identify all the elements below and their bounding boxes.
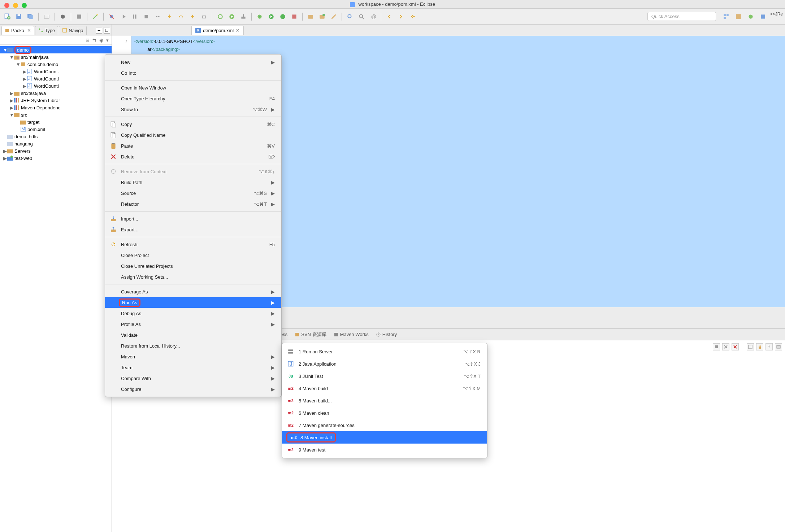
- pin-console-button[interactable]: [766, 343, 773, 350]
- wordcount-java-1[interactable]: ▶JWordCount.: [0, 68, 112, 75]
- menu-new[interactable]: New▶: [105, 57, 281, 67]
- new-annotation-button[interactable]: [329, 12, 339, 22]
- project-test-web[interactable]: ▶test-web: [0, 154, 112, 162]
- collapse-arrow-icon[interactable]: ▼: [16, 62, 20, 67]
- save-all-button[interactable]: [25, 12, 35, 22]
- maximize-window-button[interactable]: [22, 3, 27, 8]
- menu-export[interactable]: Export...: [105, 224, 281, 235]
- maven-workspace-tab[interactable]: Maven Works: [331, 330, 372, 339]
- menu-configure[interactable]: Configure▶: [105, 384, 281, 394]
- new-button[interactable]: [2, 12, 12, 22]
- src-folder[interactable]: ▼src: [0, 111, 112, 118]
- menu-refresh[interactable]: RefreshF5: [105, 239, 281, 250]
- forward-button[interactable]: [396, 12, 406, 22]
- expand-arrow-icon[interactable]: ▶: [9, 91, 14, 96]
- history-tab[interactable]: History: [373, 330, 400, 339]
- submenu-java-application[interactable]: J2 Java Application⌥⇧X J: [282, 358, 487, 370]
- menu-run-as[interactable]: Run As▶: [105, 297, 281, 308]
- step-over-button[interactable]: [176, 12, 186, 22]
- menu-debug-as[interactable]: Debug As▶: [105, 308, 281, 319]
- menu-go-into[interactable]: Go Into: [105, 67, 281, 78]
- menu-team[interactable]: Team▶: [105, 362, 281, 373]
- submenu-maven-build[interactable]: m24 Maven build⌥⇧X M: [282, 382, 487, 394]
- focus-task-icon[interactable]: ◉: [99, 38, 103, 43]
- wordcount-java-3[interactable]: ▶JWordCountI: [0, 82, 112, 90]
- jre-system-library[interactable]: ▶JRE System Librar: [0, 97, 112, 104]
- expand-arrow-icon[interactable]: ▶: [9, 105, 14, 110]
- javaee-perspective-button[interactable]: [758, 12, 768, 22]
- menu-coverage-as[interactable]: Coverage As▶: [105, 286, 281, 297]
- project-demo-hdfs[interactable]: demo_hdfs: [0, 133, 112, 140]
- menu-source[interactable]: Source⌥⌘S▶: [105, 188, 281, 199]
- package-explorer-tab[interactable]: Packa ✕: [1, 26, 34, 35]
- menu-restore-local[interactable]: Restore from Local History...: [105, 340, 281, 351]
- menu-copy[interactable]: Copy⌘C: [105, 119, 281, 130]
- expand-arrow-icon[interactable]: ▶: [9, 98, 14, 103]
- scroll-lock-button[interactable]: [756, 343, 763, 350]
- clear-console-button[interactable]: [747, 343, 754, 350]
- java-perspective-button[interactable]: [733, 12, 743, 22]
- svn-tab[interactable]: SVN 资源库: [292, 330, 329, 339]
- package-explorer-tree[interactable]: ▼ demo ▼src/main/java ▼com.che.demo ▶JWo…: [0, 45, 112, 532]
- menu-close-project[interactable]: Close Project: [105, 250, 281, 261]
- pom-xml-file[interactable]: Mpom.xml: [0, 126, 112, 133]
- wand-button[interactable]: [90, 12, 100, 22]
- submenu-junit-test[interactable]: Jᴜ3 JUnit Test⌥⇧X T: [282, 370, 487, 382]
- debug-dropdown[interactable]: [255, 12, 265, 22]
- last-edit-button[interactable]: [407, 12, 417, 22]
- step-return-button[interactable]: [187, 12, 198, 22]
- external-tools-dropdown[interactable]: [289, 12, 299, 22]
- run-dropdown[interactable]: [266, 12, 276, 22]
- menu-profile-as[interactable]: Profile As▶: [105, 319, 281, 330]
- expand-arrow-icon[interactable]: ▶: [22, 76, 27, 82]
- maven-dependencies[interactable]: ▶Maven Dependenc: [0, 104, 112, 111]
- package-com-che-demo[interactable]: ▼com.che.demo: [0, 61, 112, 68]
- collapse-arrow-icon[interactable]: ▼: [9, 54, 14, 60]
- close-window-button[interactable]: [4, 3, 9, 8]
- open-perspective-button[interactable]: [721, 12, 731, 22]
- menu-import[interactable]: Import...: [105, 213, 281, 224]
- menu-validate[interactable]: Validate: [105, 330, 281, 340]
- editor-tab-pom[interactable]: M demo/pom.xml ✕: [191, 26, 244, 35]
- search-button[interactable]: [356, 12, 367, 22]
- remove-all-terminated-button[interactable]: [732, 343, 739, 350]
- project-hangang[interactable]: hangang: [0, 140, 112, 147]
- menu-open-type-hierarchy[interactable]: Open Type HierarchyF4: [105, 93, 281, 104]
- remove-terminated-button[interactable]: [722, 343, 729, 350]
- project-demo[interactable]: ▼ demo: [0, 46, 112, 53]
- submenu-maven-test[interactable]: m29 Maven test: [282, 444, 487, 456]
- annotation-toggle-button[interactable]: @: [368, 12, 378, 22]
- src-main-java[interactable]: ▼src/main/java: [0, 53, 112, 61]
- switch-editor-button[interactable]: [42, 12, 52, 22]
- coverage-dropdown[interactable]: [58, 12, 68, 22]
- menu-refactor[interactable]: Refactor⌥⌘T▶: [105, 199, 281, 209]
- expand-arrow-icon[interactable]: ▶: [22, 69, 27, 74]
- menu-open-new-window[interactable]: Open in New Window: [105, 82, 281, 93]
- menu-copy-qualified-name[interactable]: Copy Qualified Name: [105, 130, 281, 140]
- navigator-tab[interactable]: Naviga: [59, 26, 86, 35]
- drop-to-frame-button[interactable]: [199, 12, 209, 22]
- menu-maven[interactable]: Maven▶: [105, 351, 281, 362]
- collapse-all-icon[interactable]: ⊟: [86, 38, 90, 43]
- submenu-run-on-server[interactable]: 1 Run on Server⌥⇧X R: [282, 345, 487, 358]
- menu-build-path[interactable]: Build Path▶: [105, 177, 281, 188]
- menu-compare-with[interactable]: Compare With▶: [105, 373, 281, 384]
- collapse-arrow-icon[interactable]: ▼: [9, 112, 14, 118]
- view-menu-icon[interactable]: ▾: [106, 38, 109, 43]
- minimize-window-button[interactable]: [13, 3, 18, 8]
- submenu-maven-install[interactable]: m28 Maven install: [282, 431, 487, 444]
- wordcount-java-2[interactable]: ▶JWordCountI: [0, 75, 112, 82]
- resume-button[interactable]: [118, 12, 128, 22]
- display-selected-console-button[interactable]: [775, 343, 782, 350]
- new-package-button[interactable]: [305, 12, 316, 22]
- link-editor-icon[interactable]: ⇆: [92, 38, 96, 43]
- publish-button[interactable]: [238, 12, 248, 22]
- back-button[interactable]: [384, 12, 394, 22]
- debug-perspective-button[interactable]: [746, 12, 756, 22]
- skip-breakpoints-button[interactable]: [107, 12, 117, 22]
- disconnect-button[interactable]: [153, 12, 163, 22]
- step-into-button[interactable]: [164, 12, 174, 22]
- expand-arrow-icon[interactable]: ▶: [3, 156, 7, 161]
- open-type-button[interactable]: [345, 12, 355, 22]
- menu-close-unrelated[interactable]: Close Unrelated Projects: [105, 261, 281, 271]
